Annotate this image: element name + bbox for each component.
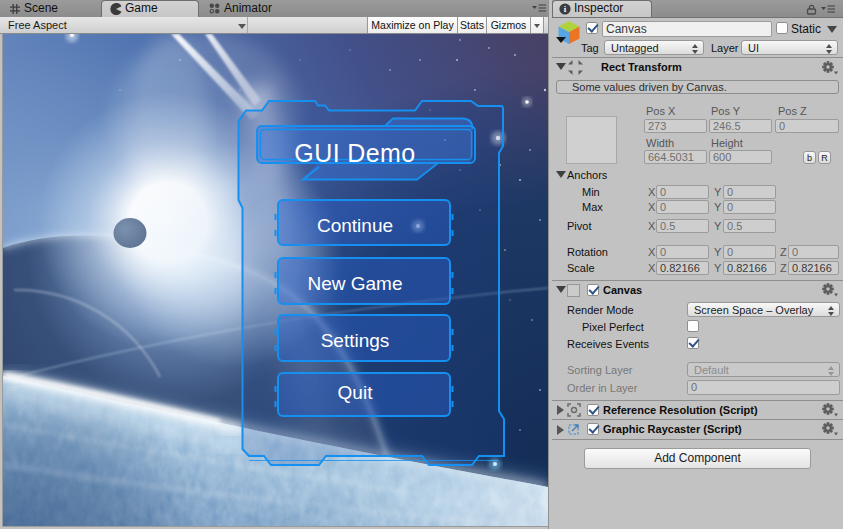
svg-text:GUI Demo: GUI Demo (294, 139, 415, 167)
svg-text:New Game: New Game (307, 273, 402, 294)
svg-text:Continue: Continue (317, 215, 393, 236)
svg-text:Settings: Settings (321, 330, 390, 351)
svg-text:Quit: Quit (338, 382, 374, 403)
